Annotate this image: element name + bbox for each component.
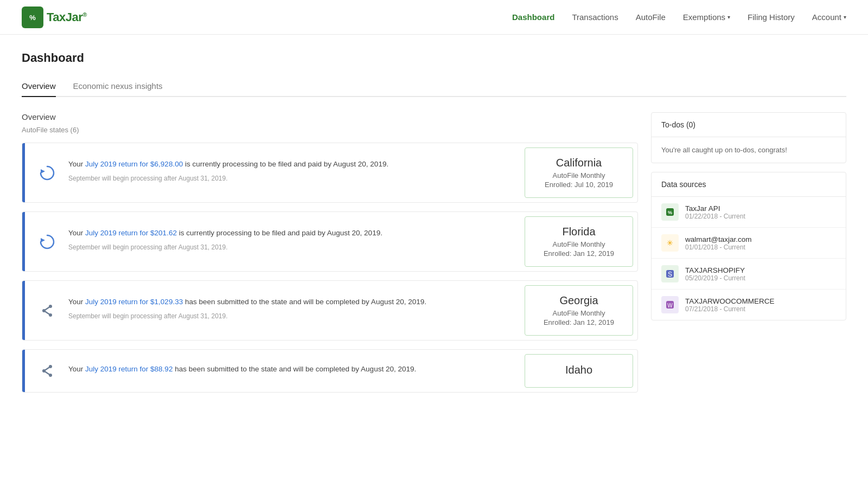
page-title: Dashboard (22, 51, 846, 65)
data-sources-header: Data sources (652, 172, 846, 197)
refresh-icon-florida (36, 230, 59, 253)
filing-link-georgia[interactable]: July 2019 return for $1,029.33 (85, 298, 183, 306)
state-enrolled-california: Enrolled: Jul 10, 2019 (545, 181, 613, 189)
filing-text-idaho: Your July 2019 return for $88.92 has bee… (68, 364, 514, 378)
walmart-name: walmart@taxjar.com (685, 235, 751, 243)
data-source-taxjar-api[interactable]: % TaxJar API 01/22/2018 - Current (652, 197, 846, 228)
navbar-nav: Dashboard Transactions AutoFile Exemptio… (512, 12, 846, 22)
woocommerce-date: 07/21/2018 - Current (685, 305, 775, 313)
exemptions-caret: ▾ (727, 14, 730, 20)
shopify-date: 05/20/2019 - Current (685, 274, 745, 282)
state-card-florida[interactable]: Florida AutoFile Monthly Enrolled: Jan 1… (525, 216, 633, 267)
filing-message-georgia: Your July 2019 return for $1,029.33 has … (68, 297, 514, 307)
data-source-shopify[interactable]: S TAXJARSHOPIFY 05/20/2019 - Current (652, 259, 846, 290)
section-title: Overview (22, 112, 638, 121)
filing-message-florida: Your July 2019 return for $201.62 is cur… (68, 228, 514, 239)
filing-text-georgia: Your July 2019 return for $1,029.33 has … (68, 297, 514, 324)
state-card-idaho[interactable]: Idaho (525, 354, 633, 388)
svg-text:%: % (668, 210, 672, 215)
state-plan-florida: AutoFile Monthly (553, 240, 605, 248)
nav-transactions[interactable]: Transactions (572, 12, 618, 22)
autofile-states-label: AutoFile states (6) (22, 126, 638, 134)
svg-point-9 (42, 369, 46, 373)
taxjar-api-icon: % (661, 203, 679, 221)
state-plan-georgia: AutoFile Monthly (553, 309, 605, 317)
nav-exemptions[interactable]: Exemptions ▾ (683, 12, 730, 22)
nav-dashboard[interactable]: Dashboard (512, 12, 554, 22)
svg-text:%: % (29, 14, 36, 22)
account-caret: ▾ (844, 14, 846, 20)
todos-body: You're all caught up on to-dos, congrats… (652, 137, 846, 163)
share-icon-idaho (36, 359, 59, 382)
main-layout: Overview AutoFile states (6) Your July 2… (22, 112, 846, 401)
card-body: Your July 2019 return for $201.62 is cur… (25, 212, 525, 271)
data-sources-card: Data sources % TaxJar API 01/22/2018 - C… (651, 172, 846, 320)
shopify-icon: S (661, 265, 679, 282)
filing-message-california: Your July 2019 return for $6,928.00 is c… (68, 159, 514, 170)
state-name-idaho: Idaho (565, 364, 592, 376)
state-card-georgia[interactable]: Georgia AutoFile Monthly Enrolled: Jan 1… (525, 285, 633, 336)
refresh-icon (36, 162, 59, 184)
filing-link-california[interactable]: July 2019 return for $6,928.00 (85, 160, 183, 168)
svg-text:S: S (668, 271, 672, 278)
filing-card-california: Your July 2019 return for $6,928.00 is c… (22, 143, 638, 203)
state-name-florida: Florida (562, 226, 595, 238)
filing-card-idaho: Your July 2019 return for $88.92 has bee… (22, 349, 638, 393)
taxjar-api-info: TaxJar API 01/22/2018 - Current (685, 204, 745, 220)
taxjar-api-date: 01/22/2018 - Current (685, 213, 745, 220)
svg-marker-2 (41, 169, 45, 174)
filing-note-florida: September will begin processing after Au… (68, 242, 514, 252)
shopify-name: TAXJARSHOPIFY (685, 266, 745, 274)
left-column: Overview AutoFile states (6) Your July 2… (22, 112, 638, 401)
woocommerce-icon: W (661, 296, 679, 313)
data-source-walmart[interactable]: ✳ walmart@taxjar.com 01/01/2018 - Curren… (652, 228, 846, 259)
nav-autofile[interactable]: AutoFile (636, 12, 666, 22)
tab-overview[interactable]: Overview (22, 76, 56, 97)
filing-link-florida[interactable]: July 2019 return for $201.62 (85, 229, 177, 237)
logo-text: TaxJar® (47, 10, 87, 24)
page-content: Dashboard Overview Economic nexus insigh… (0, 35, 868, 418)
right-column: To-dos (0) You're all caught up on to-do… (651, 112, 846, 401)
state-name-georgia: Georgia (559, 294, 598, 307)
todos-header: To-dos (0) (652, 113, 846, 137)
walmart-icon: ✳ (661, 234, 679, 252)
nav-filing-history[interactable]: Filing History (748, 12, 795, 22)
card-body: Your July 2019 return for $1,029.33 has … (25, 281, 525, 340)
svg-point-5 (49, 313, 52, 317)
card-body: Your July 2019 return for $6,928.00 is c… (25, 143, 525, 202)
tab-economic-nexus[interactable]: Economic nexus insights (73, 76, 163, 97)
todos-card: To-dos (0) You're all caught up on to-do… (651, 112, 846, 163)
walmart-date: 01/01/2018 - Current (685, 243, 751, 251)
filing-link-idaho[interactable]: July 2019 return for $88.92 (85, 365, 173, 373)
state-card-california[interactable]: California AutoFile Monthly Enrolled: Ju… (525, 147, 633, 198)
walmart-info: walmart@taxjar.com 01/01/2018 - Current (685, 235, 751, 251)
tabs: Overview Economic nexus insights (22, 76, 846, 97)
state-name-california: California (556, 157, 602, 169)
filing-card-florida: Your July 2019 return for $201.62 is cur… (22, 211, 638, 272)
navbar: % TaxJar® Dashboard Transactions AutoFil… (0, 0, 868, 35)
woocommerce-info: TAXJARWOOCOMMERCE 07/21/2018 - Current (685, 297, 775, 313)
svg-point-6 (42, 309, 46, 312)
state-enrolled-georgia: Enrolled: Jan 12, 2019 (544, 318, 614, 326)
filing-text-florida: Your July 2019 return for $201.62 is cur… (68, 228, 514, 255)
filing-message-idaho: Your July 2019 return for $88.92 has bee… (68, 364, 514, 375)
svg-marker-3 (41, 238, 45, 242)
nav-account[interactable]: Account ▾ (812, 12, 846, 22)
share-icon-georgia (36, 299, 59, 322)
svg-text:✳: ✳ (667, 239, 673, 247)
logo-icon: % (22, 7, 43, 28)
filing-note-california: September will begin processing after Au… (68, 174, 514, 183)
data-source-woocommerce[interactable]: W TAXJARWOOCOMMERCE 07/21/2018 - Current (652, 290, 846, 320)
taxjar-api-name: TaxJar API (685, 204, 745, 213)
filing-card-georgia: Your July 2019 return for $1,029.33 has … (22, 280, 638, 341)
woocommerce-name: TAXJARWOOCOMMERCE (685, 297, 775, 305)
svg-point-7 (49, 365, 52, 368)
svg-point-8 (49, 374, 52, 377)
filing-note-georgia: September will begin processing after Au… (68, 311, 514, 321)
shopify-info: TAXJARSHOPIFY 05/20/2019 - Current (685, 266, 745, 282)
logo[interactable]: % TaxJar® (22, 7, 87, 28)
filing-text-california: Your July 2019 return for $6,928.00 is c… (68, 159, 514, 186)
svg-text:W: W (667, 303, 673, 309)
card-body: Your July 2019 return for $88.92 has bee… (25, 350, 525, 392)
svg-point-4 (49, 305, 52, 308)
